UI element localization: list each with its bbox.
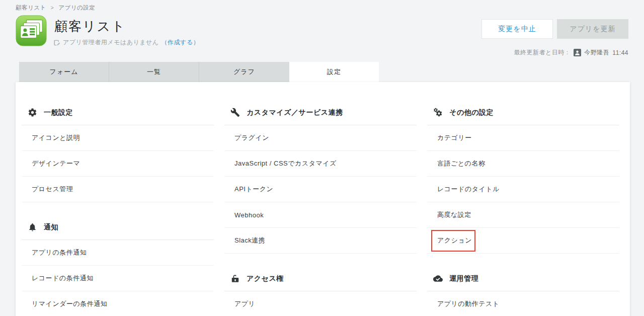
tab-graph[interactable]: グラフ <box>199 62 289 82</box>
settings-item[interactable]: プロセス管理 <box>22 177 214 202</box>
settings-item-label: アプリの動作テスト <box>437 299 500 308</box>
settings-item-label: カテゴリー <box>437 133 472 142</box>
settings-item-label: 言語ごとの名称 <box>437 159 485 168</box>
settings-item[interactable]: アプリ <box>224 291 417 316</box>
section-header: 一般設定 <box>22 100 214 125</box>
create-memo-link[interactable]: （作成する） <box>162 38 200 47</box>
page: { "colors": { "accent_blue": "#3193d3", … <box>0 0 644 316</box>
settings-item[interactable]: プラグイン <box>224 125 417 151</box>
settings-column-2: カスタマイズ／サービス連携プラグインJavaScript / CSSでカスタマイ… <box>224 82 417 316</box>
section-title: 通知 <box>44 223 58 232</box>
settings-item[interactable]: アイコンと説明 <box>22 125 214 151</box>
settings-item-label: レコードの条件通知 <box>32 274 94 283</box>
settings-item[interactable]: デザインテーマ <box>22 151 214 177</box>
section-header: 通知 <box>22 215 214 240</box>
settings-item-label: アプリ <box>234 299 255 308</box>
settings-item-label: Slack連携 <box>234 236 265 245</box>
settings-item-label: プラグイン <box>234 133 269 142</box>
last-updated-time: 11:44 <box>612 49 628 56</box>
settings-item[interactable]: アプリの条件通知 <box>22 240 214 266</box>
gears-icon <box>433 108 443 117</box>
settings-item-label: アイコンと説明 <box>32 133 80 142</box>
settings-item-label: デザインテーマ <box>32 159 80 168</box>
settings-item-label: JavaScript / CSSでカスタマイズ <box>234 159 337 168</box>
settings-item-label: リマインダーの条件通知 <box>32 299 107 308</box>
section-title: カスタマイズ／サービス連携 <box>247 108 343 117</box>
tab-label: フォーム <box>50 67 78 76</box>
settings-item[interactable]: リマインダーの条件通知 <box>22 291 214 316</box>
breadcrumb: 顧客リスト>アプリの設定 <box>16 4 95 12</box>
section-header: 運用管理 <box>427 266 619 291</box>
settings-item-label: アクション <box>437 236 472 245</box>
settings-item[interactable]: アクション <box>427 228 619 254</box>
lock-icon <box>230 274 240 283</box>
settings-item[interactable]: レコードのタイトル <box>427 177 619 202</box>
settings-item[interactable]: 言語ごとの名称 <box>427 151 619 177</box>
settings-item[interactable]: アプリの動作テスト <box>427 291 619 316</box>
settings-panel: 一般設定アイコンと説明デザインテーマプロセス管理通知アプリの条件通知レコードの条… <box>16 82 630 316</box>
tab-form[interactable]: フォーム <box>19 62 109 82</box>
bell-icon <box>28 222 37 232</box>
settings-columns: 一般設定アイコンと説明デザインテーマプロセス管理通知アプリの条件通知レコードの条… <box>16 82 630 316</box>
section-header: その他の設定 <box>427 100 619 125</box>
settings-item-label: 高度な設定 <box>437 210 471 219</box>
settings-item-label: Webhook <box>234 211 264 219</box>
settings-item-label: レコードのタイトル <box>437 185 500 194</box>
breadcrumb-item: アプリの設定 <box>58 4 95 12</box>
settings-item-label: プロセス管理 <box>32 185 73 194</box>
settings-item-label: APIトークン <box>234 185 273 194</box>
tab-label: 一覧 <box>147 67 161 76</box>
gear-icon <box>28 108 37 117</box>
settings-item[interactable]: Slack連携 <box>224 228 417 254</box>
settings-item[interactable]: レコードの条件通知 <box>22 266 214 291</box>
settings-column-1: 一般設定アイコンと説明デザインテーマプロセス管理通知アプリの条件通知レコードの条… <box>22 82 214 316</box>
page-title: 顧客リスト <box>54 18 126 34</box>
settings-item[interactable]: Webhook <box>224 202 417 228</box>
tab-list[interactable]: 一覧 <box>109 62 199 82</box>
section-title: 一般設定 <box>44 108 73 117</box>
section-header: カスタマイズ／サービス連携 <box>224 100 417 125</box>
settings-item[interactable]: 高度な設定 <box>427 202 619 228</box>
settings-item-label: アプリの条件通知 <box>32 248 87 257</box>
last-updated-line: 最終更新者と日時： 今野隆吾 11:44 <box>514 48 628 57</box>
tab-bar: フォーム一覧グラフ設定 <box>19 62 379 82</box>
update-app-button[interactable]: アプリを更新 <box>557 19 628 39</box>
section-title: 運用管理 <box>449 274 478 283</box>
settings-item[interactable]: APIトークン <box>224 177 417 202</box>
tab-label: 設定 <box>327 67 341 76</box>
section-header: アクセス権 <box>224 266 417 291</box>
tab-settings[interactable]: 設定 <box>289 62 379 82</box>
wrench-icon <box>230 108 240 117</box>
cancel-changes-button[interactable]: 変更を中止 <box>481 19 553 39</box>
admin-memo-line: アプリ管理者用メモはありません （作成する） <box>53 38 199 47</box>
section-title: アクセス権 <box>247 274 284 283</box>
settings-item[interactable]: JavaScript / CSSでカスタマイズ <box>224 151 417 177</box>
last-updated-user[interactable]: 今野隆吾 <box>584 48 609 57</box>
breadcrumb-item[interactable]: 顧客リスト <box>16 4 46 12</box>
cloud-check-icon <box>433 274 443 283</box>
app-icon <box>16 15 47 46</box>
settings-item[interactable]: カテゴリー <box>427 125 619 151</box>
last-updated-label: 最終更新者と日時： <box>514 48 571 57</box>
settings-column-3: その他の設定カテゴリー言語ごとの名称レコードのタイトル高度な設定アクション運用管… <box>427 82 619 316</box>
user-avatar-icon <box>574 49 581 56</box>
breadcrumb-separator: > <box>51 5 54 11</box>
admin-memo-text: アプリ管理者用メモはありません <box>63 38 159 47</box>
section-title: その他の設定 <box>449 108 494 117</box>
note-pencil-icon <box>53 39 60 46</box>
tab-label: グラフ <box>233 67 255 76</box>
